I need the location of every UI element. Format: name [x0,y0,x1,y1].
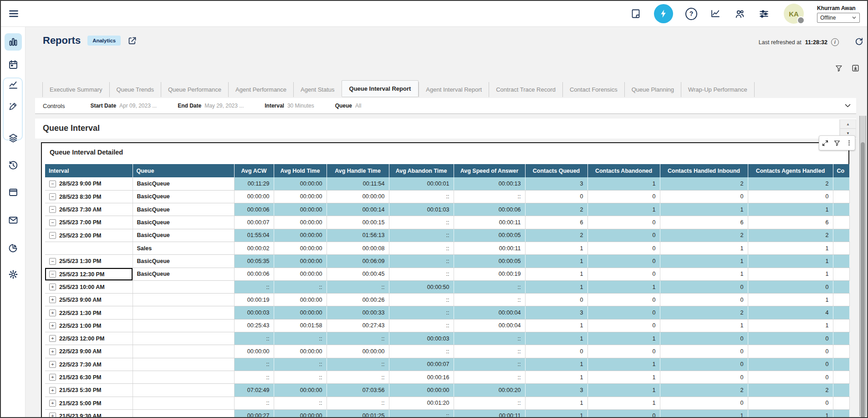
value-cell[interactable]: 00:00:00 [274,306,327,319]
value-cell[interactable]: 0 [587,190,660,203]
value-cell[interactable]: :: [389,409,454,418]
sidebar-item-reports[interactable] [5,33,22,51]
value-cell[interactable]: 00:00:00 [274,203,327,216]
value-cell[interactable]: 1 [748,255,833,268]
interval-cell[interactable]: −28/5/23 9:00 PM [45,177,133,190]
interval-cell[interactable]: +22/5/23 1:30 PM [45,306,133,319]
expand-row-icon[interactable]: + [49,413,56,418]
value-cell[interactable]: 1 [525,358,587,371]
value-cell[interactable]: 0 [587,294,660,306]
value-cell[interactable]: 00:00:11 [454,242,525,254]
value-cell[interactable]: :: [327,358,389,371]
value-cell[interactable]: 1 [525,332,587,345]
expand-row-icon[interactable]: + [49,322,56,329]
sidebar-item-analytics[interactable] [5,77,22,94]
value-cell[interactable]: 00:00:00 [274,255,327,268]
value-cell[interactable]: 3 [525,177,587,190]
collapse-controls-button[interactable] [844,102,852,109]
value-cell[interactable]: 2 [748,177,833,190]
interval-cell[interactable]: −25/5/23 1:30 PM [45,255,133,268]
value-cell[interactable]: 00:00:00 [274,409,327,418]
column-header-avg-acw[interactable]: Avg ACW [234,164,274,177]
queue-cell[interactable]: BasicQueue [133,268,234,280]
value-cell[interactable]: :: [454,371,525,383]
sidebar-item-history[interactable] [5,157,22,174]
interval-cell[interactable]: −26/5/23 7:30 AM [45,203,133,216]
value-cell[interactable]: 1 [660,242,748,254]
sidebar-item-messages[interactable] [5,212,22,229]
collapse-row-icon[interactable]: − [49,271,56,278]
value-cell[interactable]: 01:55:04 [234,229,274,242]
queue-cell[interactable] [133,358,234,371]
value-cell[interactable]: 00:01:20 [389,397,454,409]
column-header-contacts-abandoned[interactable]: Contacts Abandoned [587,164,660,177]
value-cell[interactable]: 0 [748,358,833,371]
sidebar-item-schedule[interactable] [5,56,22,73]
interval-cell[interactable]: +25/5/23 10:00 AM [45,280,133,293]
expand-row-icon[interactable]: + [49,400,56,407]
value-cell[interactable]: 00:27:43 [327,319,389,332]
value-cell[interactable]: :: [274,371,327,383]
collapse-row-icon[interactable]: − [49,181,56,187]
value-cell[interactable]: 1 [525,268,587,280]
value-cell[interactable]: 2 [748,384,833,397]
value-cell[interactable]: 1 [525,371,587,383]
value-cell[interactable]: 1 [587,203,660,216]
queue-cell[interactable] [133,332,234,345]
interval-cell[interactable] [45,242,133,254]
value-cell[interactable]: 00:00:11 [454,409,525,418]
value-cell[interactable]: 1 [660,409,748,418]
sidebar-item-flows[interactable] [5,129,22,147]
value-cell[interactable]: 0 [660,332,748,345]
value-cell[interactable]: :: [454,294,525,306]
value-cell[interactable]: :: [389,294,454,306]
refresh-button[interactable] [854,36,863,46]
interval-cell[interactable]: −25/5/23 7:00 PM [45,216,133,229]
value-cell[interactable]: 00:00:00 [274,294,327,306]
queue-cell[interactable]: BasicQueue [133,255,234,268]
queue-cell[interactable]: BasicQueue [133,177,234,190]
queue-cell[interactable] [133,409,234,418]
value-cell[interactable]: 1 [587,332,660,345]
value-cell[interactable]: 0 [660,397,748,409]
value-cell[interactable]: 2 [660,384,748,397]
value-cell[interactable]: 1 [525,319,587,332]
value-cell[interactable]: 00:00:00 [274,345,327,358]
value-cell[interactable]: :: [389,242,454,254]
column-header-co[interactable]: Co [833,164,849,177]
value-cell[interactable]: 1 [587,177,660,190]
value-cell[interactable]: 00:00:00 [274,216,327,229]
sidebar-item-workspace[interactable] [5,184,22,201]
agents-button[interactable] [734,8,745,20]
value-cell[interactable]: 00:00:03 [389,332,454,345]
filter-button[interactable] [835,64,843,72]
queue-cell[interactable] [133,371,234,383]
queue-cell[interactable]: BasicQueue [133,203,234,216]
expand-row-icon[interactable]: + [49,284,56,290]
value-cell[interactable]: 00:00:00 [234,190,274,203]
value-cell[interactable]: 00:00:06 [234,268,274,280]
queue-cell[interactable]: BasicQueue [133,229,234,242]
tab-contact-forensics[interactable]: Contact Forensics [562,82,624,97]
queue-cell[interactable] [133,397,234,409]
value-cell[interactable]: 0 [748,345,833,358]
column-header-queue[interactable]: Queue [133,164,234,177]
tab-queue-interval-report[interactable]: Queue Interval Report [342,80,419,97]
value-cell[interactable]: :: [454,190,525,203]
value-cell[interactable]: 00:00:05 [454,255,525,268]
value-cell[interactable]: :: [274,332,327,345]
value-cell[interactable]: :: [274,358,327,371]
page-scrollbar[interactable] [859,116,866,416]
value-cell[interactable]: 00:00:33 [327,306,389,319]
queue-cell[interactable]: BasicQueue [133,216,234,229]
value-cell[interactable]: 0 [660,358,748,371]
value-cell[interactable]: 00:00:16 [389,371,454,383]
quick-actions-button[interactable] [654,4,673,23]
value-cell[interactable]: 00:11:29 [234,177,274,190]
value-cell[interactable]: 6 [748,216,833,229]
focus-mode-button[interactable] [820,138,830,148]
value-cell[interactable]: 0 [587,306,660,319]
value-cell[interactable]: 00:00:13 [454,177,525,190]
value-cell[interactable]: 0 [660,280,748,293]
interval-cell[interactable]: +22/5/23 9:00 AM [45,345,133,358]
